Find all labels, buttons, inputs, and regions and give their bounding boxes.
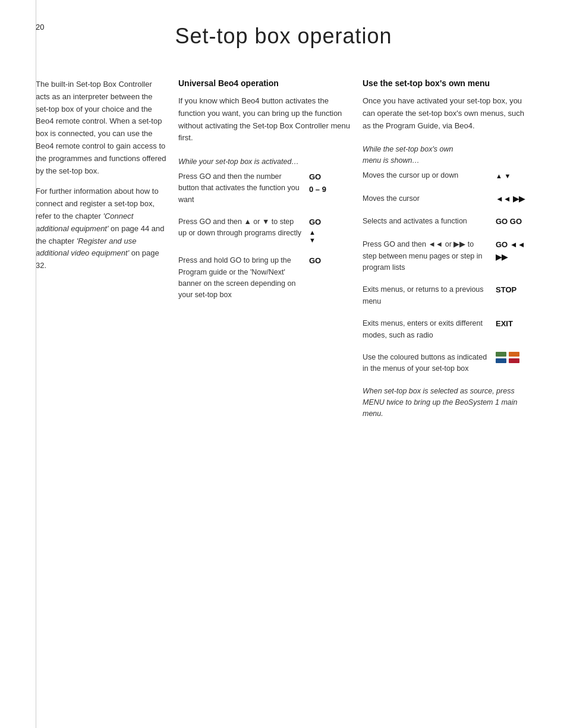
right-op-key-7 [496, 352, 531, 363]
right-op-key-4: GO ◄◄ ▶▶ [496, 239, 531, 264]
middle-column: Universal Beo4 operation If you know whi… [178, 78, 363, 420]
op-row-2: Press GO and then ▲ or ▼ to step up or d… [178, 216, 351, 244]
right-op-desc-2: Moves the cursor [363, 193, 496, 204]
right-op-desc-7: Use the coloured buttons as indicated in… [363, 352, 496, 375]
further-info-text: For further information about how to con… [36, 187, 159, 220]
right-op-desc-4: Press GO and then ◄◄ or ▶▶ to step betwe… [363, 239, 496, 273]
while-label-middle: While your set-top box is activated… [178, 156, 351, 168]
right-op-key-3: GO GO [496, 216, 531, 228]
middle-section-title: Universal Beo4 operation [178, 78, 351, 88]
middle-section-intro: If you know which Beo4 button activates … [178, 95, 351, 144]
right-op-row-7: Use the coloured buttons as indicated in… [363, 352, 531, 375]
color-red [509, 358, 519, 363]
op-row-3: Press and hold GO to bring up the Progra… [178, 255, 351, 301]
right-op-desc-1: Moves the cursor up or down [363, 170, 496, 181]
right-op-desc-3: Selects and activates a function [363, 216, 496, 227]
op-desc-2: Press GO and then ▲ or ▼ to step up or d… [178, 216, 309, 239]
right-op-desc-6: Exits menus, enters or exits different m… [363, 318, 496, 341]
color-green [496, 352, 506, 357]
right-op-key-2: ◄◄ ▶▶ [496, 193, 531, 206]
color-orange [509, 352, 519, 357]
right-section-title: Use the set-top box's own menu [363, 78, 531, 88]
right-op-row-2: Moves the cursor ◄◄ ▶▶ [363, 193, 531, 206]
op-key-3: GO [309, 255, 351, 267]
color-blue [496, 358, 506, 363]
left-border [36, 0, 36, 728]
op-key-2: GO ▲ ▼ [309, 216, 351, 244]
op-row-1: Press GO and then the number button that… [178, 171, 351, 206]
op-key-1: GO 0 – 9 [309, 171, 351, 196]
page-title: Set-top box operation [36, 24, 531, 49]
right-op-row-1: Moves the cursor up or down ▲ ▼ [363, 170, 531, 182]
further-info-paragraph: For further information about how to con… [36, 185, 166, 272]
page-number: 20 [36, 23, 44, 31]
right-area: Universal Beo4 operation If you know whi… [178, 78, 531, 420]
right-op-key-5: STOP [496, 284, 531, 297]
op-desc-3: Press and hold GO to bring up the Progra… [178, 255, 309, 301]
right-op-row-3: Selects and activates a function GO GO [363, 216, 531, 228]
color-buttons [496, 352, 531, 363]
right-section-intro: Once you have activated your set-top box… [363, 95, 531, 132]
right-op-row-4: Press GO and then ◄◄ or ▶▶ to step betwe… [363, 239, 531, 273]
page-container: 20 Set-top box operation The built-in Se… [0, 0, 567, 728]
italic-note: When set-top box is selected as source, … [363, 386, 531, 420]
color-row-1 [496, 352, 531, 357]
op-desc-1: Press GO and then the number button that… [178, 171, 309, 206]
right-op-desc-5: Exits menus, or returns to a previous me… [363, 284, 496, 307]
while-label-right: While the set-top box's own menu is show… [363, 144, 531, 166]
right-op-key-1: ▲ ▼ [496, 170, 531, 182]
intro-paragraph: The built-in Set-top Box Controller acts… [36, 78, 166, 177]
right-op-key-6: EXIT [496, 318, 531, 330]
content-area: The built-in Set-top Box Controller acts… [36, 78, 531, 420]
color-row-2 [496, 358, 531, 363]
right-op-row-5: Exits menus, or returns to a previous me… [363, 284, 531, 307]
right-column: Use the set-top box's own menu Once you … [363, 78, 531, 420]
right-op-row-6: Exits menus, enters or exits different m… [363, 318, 531, 341]
left-column: The built-in Set-top Box Controller acts… [36, 78, 178, 420]
